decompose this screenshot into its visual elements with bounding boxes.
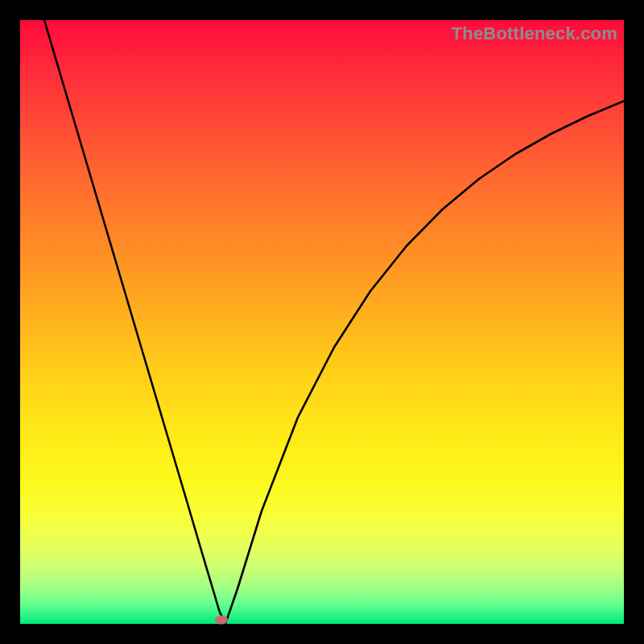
curve-svg <box>20 20 624 624</box>
plot-area: TheBottleneck.com <box>20 20 624 624</box>
bottleneck-curve <box>44 20 624 624</box>
optimal-point-marker <box>215 615 228 624</box>
chart-frame: TheBottleneck.com <box>0 0 644 644</box>
